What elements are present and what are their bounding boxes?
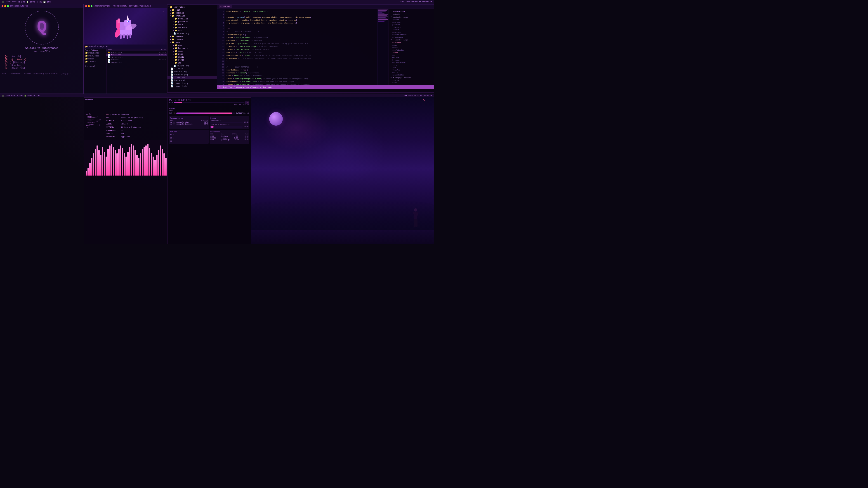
tree-desktop-png[interactable]: 📄 desktop.png	[167, 73, 217, 76]
max-btn-fm[interactable]	[91, 5, 92, 7]
tree-themes[interactable]: ▶📁 themes	[167, 38, 217, 41]
tree-work[interactable]: ▶📁 work	[167, 23, 217, 26]
tree-installorg-root[interactable]: 📄 install.org	[167, 82, 217, 85]
code-line-9: systemSettings = {	[226, 33, 376, 36]
outline-browser[interactable]: browser	[389, 59, 434, 61]
max-btn[interactable]	[7, 5, 9, 7]
tree-readme-root[interactable]: 📄 README.org	[167, 70, 217, 73]
code-tab-active[interactable]: flake.nix	[219, 5, 232, 8]
statusbar2-io: 10S	[37, 95, 40, 97]
outline-np-system[interactable]: system	[389, 79, 434, 82]
sysmon-proc-name: Name	[221, 133, 224, 135]
statusbar-tag: ⬛ Tech 100% 🖥 20% 🔋 100% 🌡 2S 💾 10S	[2, 1, 51, 3]
outline-profile[interactable]: profile	[389, 24, 434, 26]
nav-new-tab[interactable]: [t] [New tab]	[5, 64, 79, 67]
tree-personal[interactable]: ▶📁 personal	[167, 20, 217, 23]
nf-desktop-line: DESKTOP: hyprland	[106, 135, 143, 138]
outline-systemsettings[interactable]: ▼ systemSettings	[389, 15, 434, 19]
outline-nixpkgs-patched[interactable]: ▶ ▼ nixpkgs-patched	[389, 76, 434, 79]
outline-fontpkg[interactable]: fontPkg	[389, 69, 434, 71]
outline-locale[interactable]: locale	[389, 29, 434, 31]
outline-wmtype[interactable]: wmType	[389, 56, 434, 59]
outline-spawneditor[interactable]: spawnEditor	[389, 74, 434, 76]
outline-email[interactable]: email	[389, 46, 434, 49]
outline-grubdevice[interactable]: grubDevice	[389, 36, 434, 38]
tree-flakenix[interactable]: 📄 flake.nix	[167, 76, 217, 79]
outline-wm[interactable]: wm	[389, 54, 434, 56]
tree-hardensh[interactable]: 📄 harden.sh	[167, 79, 217, 82]
tree-worklab[interactable]: ▶📁 worklab	[167, 26, 217, 29]
filemgr-downloads[interactable]: 📁Downloads	[84, 55, 106, 57]
tree-wsl[interactable]: ▶📁 wsl	[167, 29, 217, 32]
editor-status-bar: 🟣 3:10 Top Producer:p/LibrePhoenix.p Nix…	[217, 85, 434, 89]
close-btn-fm[interactable]	[85, 5, 87, 7]
sysmon-memory-section: Memory 100% RAM: 95 5.7618/02.2018	[169, 107, 249, 114]
filemgr-file-license[interactable]: 📄 LICENSE34.2 K	[106, 59, 167, 61]
tree-installsh[interactable]: 📄 install.sh	[167, 85, 217, 88]
filemgr-file-installorg[interactable]: 📄 install.org	[106, 56, 167, 59]
tree-readme-profiles[interactable]: 📄 README.org	[167, 32, 217, 35]
tree-readme-user[interactable]: 📄 README.org	[167, 64, 217, 67]
outline-editor[interactable]: editor	[389, 71, 434, 74]
nav-quickmarks[interactable]: [b] [Quickmarks]	[5, 58, 79, 61]
nav-search[interactable]: [o] [Search]	[5, 55, 79, 58]
outline-username[interactable]: username	[389, 41, 434, 44]
outline-usersettings[interactable]: ▼ ▶ userSettings	[389, 38, 434, 41]
filemgr-file-flakenix[interactable]: 📄 flake.nix2.26 K	[106, 54, 167, 56]
filemgr-external[interactable]: External	[84, 64, 106, 68]
outline-hostname[interactable]: hostname	[389, 21, 434, 24]
filemgr-themes[interactable]: 📁themes	[84, 60, 106, 63]
terminal-cmd-area[interactable]: distetch	[84, 98, 167, 111]
outline-theme[interactable]: theme	[389, 51, 434, 54]
tree-shell[interactable]: ▶📁 shell	[167, 56, 217, 59]
tree-homelab[interactable]: ▶📁 home.lab	[167, 18, 217, 20]
tree-app[interactable]: ▶📁 app	[167, 44, 217, 47]
proc-2-pid: 550631	[211, 137, 216, 139]
tree-style[interactable]: ▶📁 style	[167, 59, 217, 61]
svg-rect-12	[129, 34, 131, 38]
tree-root[interactable]: ▼📁 .dotfiles	[167, 6, 217, 8]
outline-outputs[interactable]: ▾ outputs	[389, 13, 434, 15]
filemgr-music[interactable]: 📁Music	[84, 57, 106, 60]
star1: ✦	[162, 11, 164, 13]
close-btn[interactable]	[2, 5, 3, 7]
code-line-2	[226, 13, 376, 15]
outline-name[interactable]: name	[389, 44, 434, 46]
min-btn[interactable]	[4, 5, 6, 7]
sysmon-net-down: 36.0	[170, 133, 208, 136]
outline-term[interactable]: term	[389, 64, 434, 66]
tree-profiles[interactable]: ▼📁 profiles	[167, 14, 217, 18]
filemgr-file-readmeorg[interactable]: 📄 README.org	[106, 61, 167, 64]
tree-license[interactable]: 📄 LICENSE	[167, 67, 217, 70]
outline-system[interactable]: system	[389, 19, 434, 21]
tree-hardware[interactable]: ▶📁 hardware	[167, 47, 217, 50]
tree-wm[interactable]: ▶📁 wm	[167, 61, 217, 64]
code-text[interactable]: description = "Flake of LibrePhoenix"; o…	[225, 9, 377, 85]
sysmon-temp-junction: card0 (amdgpu): junction 58°C	[170, 123, 208, 125]
nav-history[interactable]: [S h] [History]	[5, 61, 79, 64]
outline-bootmountpath[interactable]: bootMountPath	[389, 33, 434, 36]
min-btn-fm[interactable]	[88, 5, 90, 7]
outline-np-name[interactable]: name	[389, 82, 434, 84]
tree-lang[interactable]: ▶📁 lang	[167, 50, 217, 53]
code-tab-bar: flake.nix	[217, 5, 434, 9]
statusbar2-ram: 🔋 100%	[24, 95, 32, 97]
vis-bar-31	[142, 149, 143, 175]
outline-timezone[interactable]: timezone	[389, 26, 434, 29]
outline-dotfilesdir[interactable]: dotfilesDir	[389, 49, 434, 51]
sysmon-temp-header: Name Temp(C)	[170, 120, 208, 121]
nav-close-tab[interactable]: [x] [Close tab]	[5, 67, 79, 70]
proc-3-name: pipewire-pu	[220, 139, 230, 141]
tree-patches[interactable]: ▶📁 patches	[167, 11, 217, 14]
tree-pkgs[interactable]: ▶📁 pkgs	[167, 53, 217, 56]
outline-font[interactable]: font	[389, 66, 434, 69]
sysmon-disk2-bar	[211, 126, 243, 128]
filemgr-file-flakelock[interactable]: 🔒 flake.lock27.5 K	[106, 51, 167, 54]
outline-defaultroamdir[interactable]: defaultRoamDir	[389, 61, 434, 64]
tree-system[interactable]: ▶📁 system	[167, 35, 217, 38]
outline-bootmode[interactable]: bootMode	[389, 31, 434, 33]
tree-user[interactable]: ▼📁 user	[167, 41, 217, 44]
filemgr-documents[interactable]: 📁Documents	[84, 52, 106, 55]
tree-git[interactable]: ▶📁 .git	[167, 8, 217, 11]
nf-shell-line: SHELL: zsh	[106, 132, 143, 135]
